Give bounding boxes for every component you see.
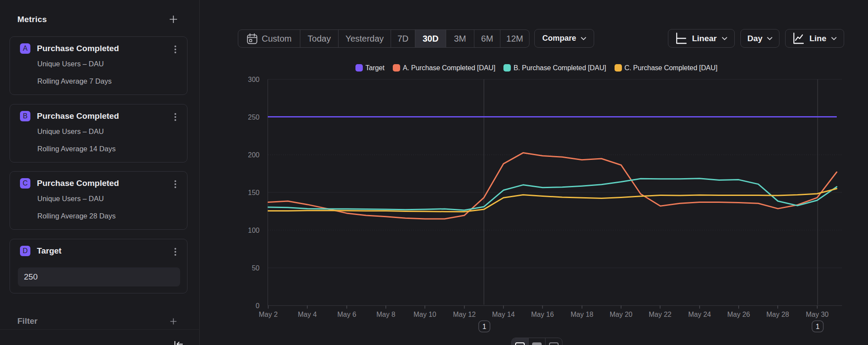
svg-text:May 14: May 14 — [492, 311, 515, 318]
svg-text:1: 1 — [816, 323, 820, 330]
svg-text:0: 0 — [256, 302, 260, 309]
svg-text:May 20: May 20 — [610, 311, 633, 318]
svg-text:May 6: May 6 — [337, 311, 356, 318]
svg-text:May 24: May 24 — [688, 311, 711, 318]
svg-text:May 22: May 22 — [649, 311, 672, 318]
svg-text:May 16: May 16 — [531, 311, 554, 318]
svg-text:300: 300 — [248, 76, 260, 83]
svg-text:May 2: May 2 — [259, 311, 278, 318]
svg-text:May 18: May 18 — [571, 311, 594, 318]
svg-text:May 12: May 12 — [453, 311, 476, 318]
svg-text:50: 50 — [252, 264, 260, 272]
svg-text:1: 1 — [483, 323, 487, 330]
svg-text:May 28: May 28 — [766, 311, 789, 318]
svg-text:200: 200 — [248, 151, 260, 159]
svg-text:150: 150 — [248, 189, 260, 196]
svg-text:May 8: May 8 — [376, 311, 395, 318]
svg-text:May 26: May 26 — [727, 311, 750, 318]
svg-text:May 10: May 10 — [414, 311, 437, 318]
svg-text:250: 250 — [248, 114, 260, 121]
svg-text:May 30: May 30 — [806, 311, 829, 318]
svg-text:May 4: May 4 — [298, 311, 317, 318]
svg-text:100: 100 — [248, 227, 260, 234]
